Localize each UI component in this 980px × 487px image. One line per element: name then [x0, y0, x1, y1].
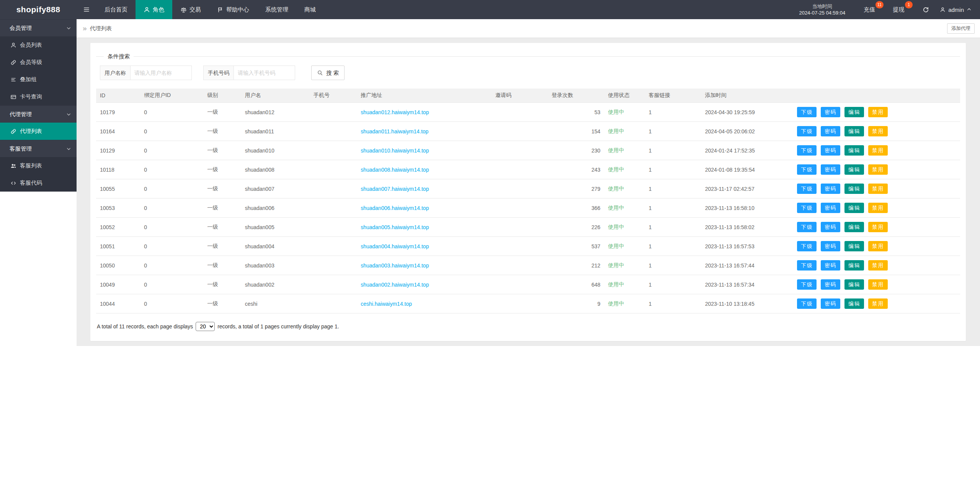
disable-button[interactable]: 禁用 [868, 241, 888, 251]
nav-item-2[interactable]: 交易 [172, 0, 209, 19]
sidebar-item-2-0[interactable]: 客服列表 [0, 157, 77, 174]
nav-item-1[interactable]: 角色 [136, 0, 172, 19]
disable-button[interactable]: 禁用 [868, 184, 888, 194]
cell-invite_code [492, 179, 548, 198]
promo-url-link[interactable]: shuadan005.haiwaiym14.top [361, 224, 429, 230]
status-badge: 使用中 [608, 128, 624, 134]
edit-button[interactable]: 编辑 [844, 145, 864, 156]
withdraw-link[interactable]: 提现 1 [887, 0, 910, 19]
sidebar-item-0-2[interactable]: 叠加组 [0, 71, 77, 88]
password-button[interactable]: 密码 [821, 279, 840, 290]
cell-level: 一级 [203, 218, 241, 237]
sidebar-item-2-1[interactable]: 客服代码 [0, 174, 77, 192]
subordinate-button[interactable]: 下级 [797, 107, 817, 117]
sidebar-item-1-0[interactable]: 代理列表 [0, 123, 77, 140]
edit-button[interactable]: 编辑 [844, 298, 864, 309]
nav-item-5[interactable]: 商城 [296, 0, 324, 19]
add-agent-button[interactable]: 添加代理 [947, 23, 975, 34]
disable-button[interactable]: 禁用 [868, 145, 888, 156]
promo-url-link[interactable]: shuadan007.haiwaiym14.top [361, 186, 429, 192]
pagination-suffix: records, a total of 1 pages currently di… [217, 323, 339, 330]
disable-button[interactable]: 禁用 [868, 222, 888, 232]
disable-button[interactable]: 禁用 [868, 164, 888, 175]
edit-button[interactable]: 编辑 [844, 107, 864, 117]
disable-button[interactable]: 禁用 [868, 203, 888, 213]
subordinate-button[interactable]: 下级 [797, 126, 817, 136]
password-button[interactable]: 密码 [821, 164, 840, 175]
password-button[interactable]: 密码 [821, 145, 840, 156]
subordinate-button[interactable]: 下级 [797, 145, 817, 156]
promo-url-link[interactable]: shuadan006.haiwaiym14.top [361, 205, 429, 211]
cell-status: 使用中 [604, 275, 645, 294]
promo-url-link[interactable]: shuadan002.haiwaiym14.top [361, 282, 429, 288]
sidebar-group-0[interactable]: 会员管理 [0, 19, 77, 36]
password-button[interactable]: 密码 [821, 126, 840, 136]
sidebar-item-0-1[interactable]: 会员等级 [0, 54, 77, 71]
disable-button[interactable]: 禁用 [868, 107, 888, 117]
subordinate-button[interactable]: 下级 [797, 203, 817, 213]
menu-toggle-icon[interactable] [77, 0, 96, 19]
subordinate-button[interactable]: 下级 [797, 260, 817, 271]
subordinate-button[interactable]: 下级 [797, 164, 817, 175]
cell-status: 使用中 [604, 294, 645, 313]
sidebar-item-0-0[interactable]: 会员列表 [0, 36, 77, 54]
edit-button[interactable]: 编辑 [844, 184, 864, 194]
edit-button[interactable]: 编辑 [844, 260, 864, 271]
subordinate-button[interactable]: 下级 [797, 241, 817, 251]
edit-button[interactable]: 编辑 [844, 279, 864, 290]
cell-username: shuadan002 [241, 275, 310, 294]
promo-url-link[interactable]: shuadan003.haiwaiym14.top [361, 262, 429, 269]
disable-button[interactable]: 禁用 [868, 298, 888, 309]
sidebar-group-label: 会员管理 [10, 25, 32, 31]
edit-button[interactable]: 编辑 [844, 241, 864, 251]
disable-button[interactable]: 禁用 [868, 126, 888, 136]
subordinate-button[interactable]: 下级 [797, 222, 817, 232]
phone-input[interactable] [234, 66, 295, 80]
sidebar-item-label: 会员等级 [20, 59, 42, 66]
user-icon [10, 42, 16, 48]
page-size-select[interactable]: 20 [196, 322, 215, 331]
promo-url-link[interactable]: shuadan004.haiwaiym14.top [361, 243, 429, 249]
app-logo: shopify888 [0, 0, 77, 19]
edit-button[interactable]: 编辑 [844, 222, 864, 232]
password-button[interactable]: 密码 [821, 203, 840, 213]
nav-item-3[interactable]: 帮助中心 [209, 0, 257, 19]
promo-url-link[interactable]: shuadan008.haiwaiym14.top [361, 167, 429, 173]
search-button[interactable]: 搜 索 [311, 66, 345, 80]
sidebar-group-2[interactable]: 客服管理 [0, 140, 77, 157]
sidebar-group-label: 代理管理 [10, 111, 32, 117]
column-header-2: 级别 [203, 89, 241, 103]
edit-button[interactable]: 编辑 [844, 126, 864, 136]
refresh-icon[interactable] [916, 0, 935, 19]
cell-id: 10164 [96, 122, 140, 141]
nav-item-4[interactable]: 系统管理 [257, 0, 296, 19]
password-button[interactable]: 密码 [821, 184, 840, 194]
subordinate-button[interactable]: 下级 [797, 279, 817, 290]
cell-id: 10055 [96, 179, 140, 198]
promo-url-link[interactable]: shuadan012.haiwaiym14.top [361, 109, 429, 115]
recharge-link[interactable]: 充值 11 [858, 0, 880, 19]
password-button[interactable]: 密码 [821, 222, 840, 232]
subordinate-button[interactable]: 下级 [797, 184, 817, 194]
password-button[interactable]: 密码 [821, 260, 840, 271]
column-header-7: 登录次数 [548, 89, 604, 103]
promo-url-link[interactable]: ceshi.haiwaiym14.top [361, 301, 412, 307]
sidebar-group-1[interactable]: 代理管理 [0, 105, 77, 123]
promo-url-link[interactable]: shuadan010.haiwaiym14.top [361, 148, 429, 154]
cell-added_time: 2024-04-05 20:06:02 [701, 122, 793, 141]
password-button[interactable]: 密码 [821, 241, 840, 251]
disable-button[interactable]: 禁用 [868, 279, 888, 290]
cell-actions: 下级密码编辑禁用 [793, 141, 960, 160]
password-button[interactable]: 密码 [821, 298, 840, 309]
disable-button[interactable]: 禁用 [868, 260, 888, 271]
edit-button[interactable]: 编辑 [844, 203, 864, 213]
admin-menu[interactable]: admin [935, 0, 980, 19]
edit-button[interactable]: 编辑 [844, 164, 864, 175]
promo-url-link[interactable]: shuadan011.haiwaiym14.top [361, 128, 428, 134]
password-button[interactable]: 密码 [821, 107, 840, 117]
subordinate-button[interactable]: 下级 [797, 298, 817, 309]
username-input[interactable] [131, 66, 192, 80]
nav-item-0[interactable]: 后台首页 [96, 0, 136, 19]
sidebar-item-0-3[interactable]: 卡号查询 [0, 88, 77, 105]
cell-login_count: 279 [548, 179, 604, 198]
